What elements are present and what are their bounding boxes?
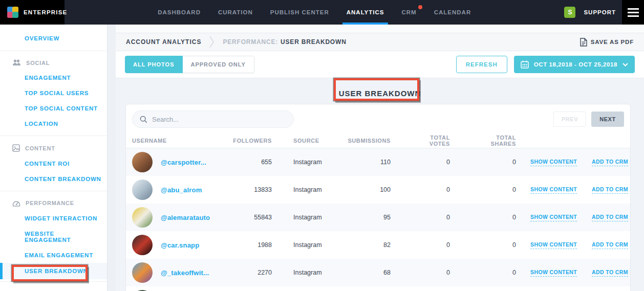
source-value: Instagram: [272, 159, 344, 166]
search-input[interactable]: [152, 116, 286, 123]
sidebar-item-top-social-users[interactable]: TOP SOCIAL USERS: [0, 85, 107, 101]
followers-value: 1988: [228, 241, 272, 249]
search-icon: [140, 116, 147, 123]
controls-right: REFRESH OCT 18,2018 - OCT 25,2018: [456, 56, 635, 73]
search-box[interactable]: [132, 110, 294, 128]
total-votes-value: 0: [410, 186, 471, 193]
avatar: [132, 152, 153, 172]
photo-filter-tabs: ALL PHOTOS APPROVED ONLY: [125, 56, 254, 73]
show-content-link[interactable]: SHOW CONTENT: [530, 241, 577, 249]
show-content-link[interactable]: SHOW CONTENT: [530, 214, 577, 221]
username-link[interactable]: @abu_alrom: [161, 186, 202, 194]
breadcrumb-root[interactable]: ACCOUNT ANALYTICS: [126, 38, 201, 46]
tab-approved-only[interactable]: APPROVED ONLY: [183, 56, 254, 73]
avatar: [132, 180, 153, 200]
nav-item-label: CALENDAR: [434, 9, 471, 15]
column-header-username: USERNAME: [132, 138, 228, 144]
total-shares-value: 0: [471, 241, 530, 249]
sidebar-item-location[interactable]: LOCATION: [0, 116, 107, 131]
table-row: @carspotter... 655 Instagram 110 0 0 SHO…: [126, 148, 630, 176]
refresh-button[interactable]: REFRESH: [456, 56, 507, 73]
sidebar-item-content-breakdown[interactable]: CONTENT BREAKDOWN: [0, 171, 107, 187]
support-link[interactable]: SUPPORT: [584, 9, 616, 15]
brand[interactable]: ENTERPRISE: [0, 0, 65, 25]
followers-value: 13833: [228, 186, 272, 193]
column-header-source: SOURCE: [272, 138, 344, 144]
table-row: @_takeoffwit... 2270 Instagram 68 0 0 SH…: [126, 259, 630, 286]
nav-item-label: CRM: [401, 9, 416, 15]
save-as-pdf-label: SAVE AS PDF: [591, 39, 634, 45]
top-nav: ENTERPRISE DASHBOARD CURATION PUBLISH CE…: [0, 0, 644, 25]
source-value: Instagram: [272, 269, 344, 276]
top-strip: [116, 25, 644, 33]
save-as-pdf-button[interactable]: SAVE AS PDF: [580, 38, 634, 47]
breadcrumb-chevron-icon: [209, 35, 214, 49]
submissions-value: 68: [344, 269, 410, 276]
app-root: ENTERPRISE DASHBOARD CURATION PUBLISH CE…: [0, 0, 644, 291]
tab-all-photos[interactable]: ALL PHOTOS: [125, 56, 183, 73]
add-to-crm-link[interactable]: ADD TO CRM: [592, 241, 628, 249]
sidebar-item-email-engagement[interactable]: EMAIL ENGAGEMENT: [0, 248, 107, 263]
total-votes-value: 0: [410, 241, 471, 249]
total-votes-value: 0: [410, 269, 471, 276]
sidebar-item-widget-interaction[interactable]: WIDGET INTERACTION: [0, 211, 107, 226]
calendar-icon: [521, 60, 529, 69]
username-link[interactable]: @_takeoffwit...: [161, 269, 209, 277]
total-votes-value: 0: [410, 159, 471, 166]
crm-notification-dot: [418, 5, 422, 9]
controls-row: ALL PHOTOS APPROVED ONLY REFRESH OCT 18,…: [116, 51, 644, 78]
nav-item-curation[interactable]: CURATION: [217, 0, 254, 25]
table-header: USERNAME FOLLOWERS SOURCE SUBMISSIONS TO…: [126, 133, 630, 148]
content-area: USER BREAKDOWN PREV NEXT: [116, 78, 644, 291]
sidebar-section-label: CONTENT: [25, 145, 55, 151]
date-range-picker[interactable]: OCT 18,2018 - OCT 25,2018: [514, 56, 635, 73]
table-row: @alemaratauto 55843 Instagram 95 0 0 SHO…: [126, 204, 630, 231]
total-votes-value: 0: [410, 214, 471, 221]
add-to-crm-link[interactable]: ADD TO CRM: [592, 159, 628, 166]
table-row: @car.snapp 1988 Instagram 82 0 0 SHOW CO…: [126, 231, 630, 259]
document-icon: [580, 38, 587, 47]
table-row-partial: [126, 286, 630, 291]
sidebar-section-performance: PERFORMANCE: [0, 191, 107, 211]
username-link[interactable]: @carspotter...: [161, 159, 206, 166]
show-content-link[interactable]: SHOW CONTENT: [530, 269, 577, 277]
prev-button[interactable]: PREV: [553, 111, 586, 127]
nav-item-publish-center[interactable]: PUBLISH CENTER: [269, 0, 330, 25]
add-to-crm-link[interactable]: ADD TO CRM: [592, 269, 628, 277]
submissions-value: 95: [344, 214, 410, 221]
show-content-link[interactable]: SHOW CONTENT: [530, 159, 577, 166]
source-value: Instagram: [272, 241, 344, 249]
sidebar-item-top-social-content[interactable]: TOP SOCIAL CONTENT: [0, 101, 107, 116]
breadcrumb-page: USER BREAKDOWN: [281, 38, 347, 46]
main-content: ACCOUNT ANALYTICS PERFORMANCE: USER BREA…: [116, 25, 644, 291]
nav-item-analytics[interactable]: ANALYTICS: [346, 0, 385, 25]
avatar: [132, 207, 153, 228]
column-header-followers: FOLLOWERS: [228, 138, 272, 144]
total-shares-value: 0: [471, 159, 530, 166]
add-to-crm-link[interactable]: ADD TO CRM: [592, 186, 628, 194]
username-link[interactable]: @alemaratauto: [161, 214, 210, 221]
nav-item-calendar[interactable]: CALENDAR: [433, 0, 473, 25]
submissions-value: 82: [344, 241, 410, 249]
sidebar-item-user-breakdown[interactable]: USER BREAKDOWN: [0, 263, 107, 279]
hamburger-menu-icon[interactable]: [622, 0, 644, 25]
add-to-crm-link[interactable]: ADD TO CRM: [592, 214, 628, 221]
sidebar-item-overview[interactable]: OVERVIEW: [0, 25, 107, 51]
sidebar-item-website-engagement[interactable]: WEBSITE ENGAGEMENT: [0, 226, 107, 248]
followers-value: 2270: [228, 269, 272, 276]
nav-item-crm[interactable]: CRM: [400, 0, 417, 25]
show-content-link[interactable]: SHOW CONTENT: [530, 186, 577, 194]
followers-value: 55843: [228, 214, 272, 221]
avatar: [132, 235, 153, 255]
nav-item-label: CURATION: [218, 9, 253, 15]
people-icon: [12, 59, 21, 66]
column-header-submissions: SUBMISSIONS: [344, 138, 410, 144]
user-breakdown-table-card: PREV NEXT USERNAME FOLLOWERS SOURCE SUBM…: [125, 104, 631, 291]
account-badge[interactable]: S: [564, 7, 575, 18]
total-shares-value: 0: [471, 269, 530, 276]
nav-item-dashboard[interactable]: DASHBOARD: [157, 0, 202, 25]
sidebar-item-engagement[interactable]: ENGAGEMENT: [0, 70, 107, 85]
sidebar-item-content-roi[interactable]: CONTENT ROI: [0, 156, 107, 171]
next-button[interactable]: NEXT: [591, 111, 624, 127]
username-link[interactable]: @car.snapp: [161, 241, 199, 249]
